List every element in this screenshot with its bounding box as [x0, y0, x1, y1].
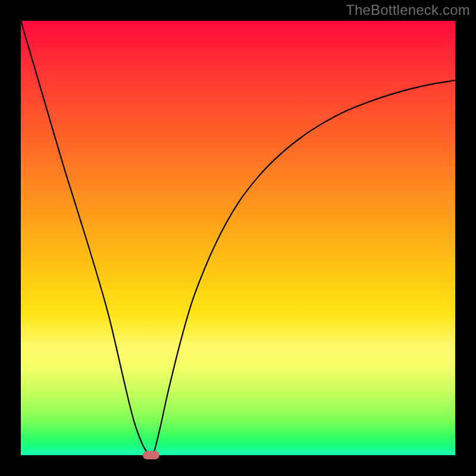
plot-area — [21, 21, 455, 455]
chart-frame: TheBottleneck.com — [0, 0, 476, 476]
curve-layer — [21, 21, 455, 455]
watermark-text: TheBottleneck.com — [346, 2, 470, 18]
bottleneck-curve — [21, 21, 455, 456]
minimum-marker — [143, 451, 159, 459]
